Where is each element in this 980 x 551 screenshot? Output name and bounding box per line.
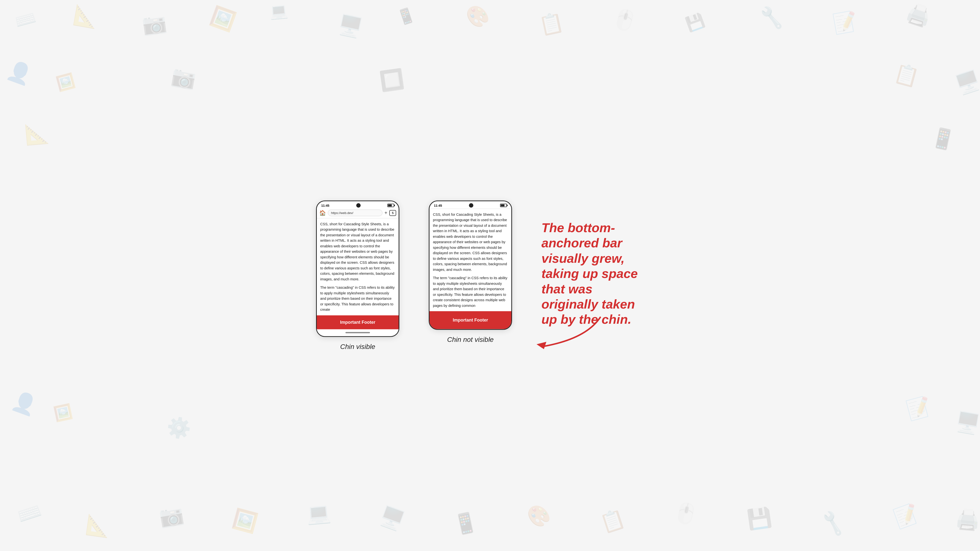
bg-icon-10: 🖱️ bbox=[610, 6, 640, 35]
phone1-paragraph-2: The term "cascading" in CSS refers to it… bbox=[320, 285, 395, 312]
phone1-chin-bar bbox=[345, 332, 370, 333]
phone2-battery-icon bbox=[500, 204, 507, 207]
bg-icon-30: 📷 bbox=[158, 502, 186, 529]
annotation-line3: visually grew, bbox=[541, 251, 625, 265]
bg-icon-20: 🖥️ bbox=[953, 68, 980, 97]
bg-icon-14: 🖨️ bbox=[904, 0, 934, 30]
phone1-address-bar-row[interactable]: 🏠 https://web.dev/ + 5 bbox=[317, 209, 399, 218]
annotation-line1: The bottom- bbox=[541, 221, 615, 235]
bg-icon-2: 📐 bbox=[72, 3, 100, 30]
phone2-battery-fill bbox=[501, 205, 504, 206]
phone2-content: CSS, short for Cascading Style Sheets, i… bbox=[430, 209, 511, 311]
main-content: 11:45 🏠 https://web.dev/ + 5 bbox=[316, 200, 664, 351]
svg-marker-0 bbox=[536, 341, 546, 349]
bg-icon-35: 🎨 bbox=[525, 503, 553, 529]
phone2-wrapper: 11:45 CSS, short for Cascading Style She… bbox=[429, 200, 512, 344]
bg-icon-13: 📝 bbox=[831, 9, 859, 36]
phone1-url-bar[interactable]: https://web.dev/ bbox=[328, 210, 382, 216]
bg-icon-38: 💾 bbox=[746, 505, 773, 531]
bg-icon-5: 💻 bbox=[269, 2, 289, 21]
bg-icon-23: 👤 bbox=[9, 388, 40, 419]
phone2-camera bbox=[469, 203, 473, 208]
phone1-battery-icon bbox=[387, 204, 394, 207]
annotation-arrow bbox=[527, 312, 610, 351]
phone1-url-text: https://web.dev/ bbox=[331, 211, 353, 215]
bg-icon-34: 📱 bbox=[451, 510, 480, 537]
phone1-status-bar: 11:45 bbox=[317, 201, 399, 209]
phone1-mockup: 11:45 🏠 https://web.dev/ + 5 bbox=[316, 200, 399, 337]
annotation-area: The bottom- anchored bar visually grew, … bbox=[541, 220, 664, 327]
phone1-footer[interactable]: Important Footer bbox=[317, 315, 399, 329]
phone2-time: 11:45 bbox=[434, 203, 442, 207]
bg-icon-36: 📋 bbox=[597, 506, 628, 535]
phone1-paragraph-1: CSS, short for Cascading Style Sheets, i… bbox=[320, 221, 395, 282]
bg-icon-15: 👤 bbox=[4, 58, 35, 88]
annotation-text: The bottom- anchored bar visually grew, … bbox=[541, 220, 638, 327]
annotation-line2: anchored bar bbox=[541, 236, 622, 250]
phone1-camera bbox=[356, 203, 361, 208]
bg-icon-29: 📐 bbox=[84, 513, 112, 539]
bg-icon-37: 🖱️ bbox=[671, 500, 700, 527]
bg-icon-1: ⌨️ bbox=[13, 7, 38, 32]
bg-icon-4: 🖼️ bbox=[207, 4, 239, 34]
bg-icon-31: 🖼️ bbox=[230, 507, 260, 535]
phone2-footer[interactable]: Important Footer bbox=[430, 311, 511, 329]
bg-icon-25: ⚙️ bbox=[165, 414, 192, 441]
phone1-battery-fill bbox=[388, 205, 392, 206]
phone1-battery bbox=[387, 204, 394, 207]
phone1-home-icon[interactable]: 🏠 bbox=[319, 210, 326, 216]
bg-icon-8: 🎨 bbox=[464, 3, 492, 29]
bg-icon-40: 📝 bbox=[891, 501, 922, 531]
phone2-paragraph-2: The term "cascading" in CSS refers to it… bbox=[433, 275, 508, 308]
bg-icon-27: 🖥️ bbox=[954, 410, 980, 437]
bg-icon-11: 💾 bbox=[684, 11, 707, 33]
bg-icon-9: 📋 bbox=[537, 10, 565, 38]
bg-icon-22: 📱 bbox=[929, 125, 958, 153]
annotation-line4: taking up space bbox=[541, 267, 638, 281]
phone2-label: Chin not visible bbox=[447, 336, 494, 344]
phone1-add-tab-icon[interactable]: + bbox=[384, 210, 387, 216]
phone1-wrapper: 11:45 🏠 https://web.dev/ + 5 bbox=[316, 200, 399, 351]
bg-icon-39: 🔧 bbox=[818, 509, 848, 538]
bg-icon-18: 🔲 bbox=[378, 67, 406, 93]
bg-icon-41: 🖨️ bbox=[955, 507, 980, 532]
bg-icon-19: 📋 bbox=[892, 61, 921, 90]
phone1-chin bbox=[317, 329, 399, 336]
phone1-tab-count[interactable]: 5 bbox=[389, 210, 396, 216]
phone2-mockup: 11:45 CSS, short for Cascading Style She… bbox=[429, 200, 512, 330]
bg-icon-24: 🖼️ bbox=[52, 402, 74, 423]
bg-icon-28: ⌨️ bbox=[14, 499, 45, 528]
phone2-battery bbox=[500, 204, 507, 207]
bg-icon-33: 🖥️ bbox=[377, 503, 407, 534]
bg-icon-26: 📝 bbox=[904, 394, 934, 423]
bg-icon-21: 📐 bbox=[24, 121, 50, 146]
phone1-time: 11:45 bbox=[321, 203, 329, 207]
annotation-line5: that was bbox=[541, 282, 592, 296]
phone2-status-bar: 11:45 bbox=[430, 201, 511, 209]
bg-icon-7: 📱 bbox=[395, 5, 417, 27]
bg-icon-17: 📷 bbox=[170, 64, 198, 91]
bg-icon-32: 💻 bbox=[305, 501, 332, 526]
phone1-label: Chin visible bbox=[340, 343, 375, 351]
bg-icon-3: 📷 bbox=[141, 11, 168, 37]
bg-icon-12: 🔧 bbox=[759, 5, 785, 30]
bg-icon-16: 🖼️ bbox=[54, 71, 77, 93]
annotation-line6: originally taken bbox=[541, 297, 635, 311]
phone1-content: CSS, short for Cascading Style Sheets, i… bbox=[317, 218, 399, 315]
phone2-paragraph-1: CSS, short for Cascading Style Sheets, i… bbox=[433, 212, 508, 272]
bg-icon-6: 🖥️ bbox=[336, 13, 364, 40]
